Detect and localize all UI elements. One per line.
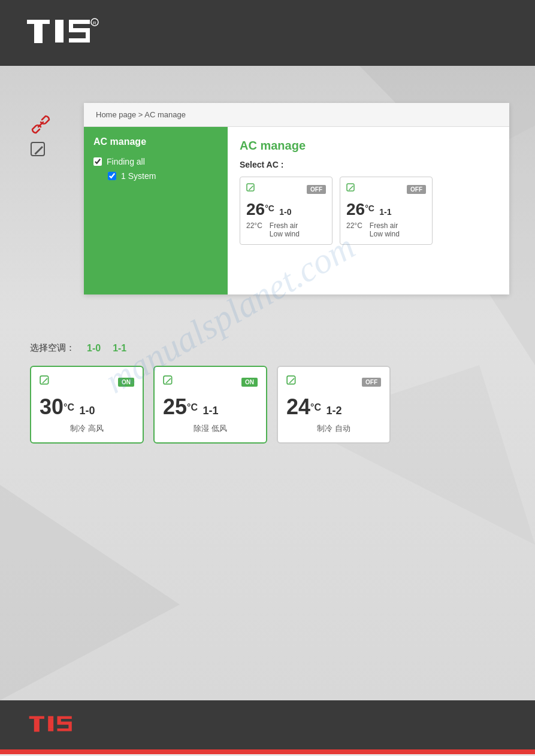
big-ac-edit-icon-0[interactable] bbox=[40, 375, 50, 388]
ac-temp-1: 26 bbox=[346, 200, 365, 218]
logo: R bbox=[24, 15, 120, 51]
link-icon[interactable] bbox=[30, 114, 52, 135]
inner-content: AC manage Finding all 1 System AC manage… bbox=[84, 127, 509, 294]
svg-rect-23 bbox=[48, 728, 53, 731]
ac-temp-row-1: 26°C 1-1 bbox=[346, 200, 426, 219]
footer bbox=[0, 700, 535, 754]
big-ac-status-badge-2: OFF bbox=[362, 378, 381, 387]
big-ac-id-0: 1-0 bbox=[79, 405, 95, 417]
svg-marker-9 bbox=[0, 485, 180, 700]
svg-rect-16 bbox=[40, 376, 49, 384]
big-ac-card-header-0: ON bbox=[40, 375, 134, 388]
breadcrumb-current: AC manage bbox=[144, 110, 186, 119]
big-ac-temp-unit-0: °C bbox=[64, 402, 74, 412]
big-ac-id-2: 1-2 bbox=[326, 405, 341, 417]
ac-mode-wind-0: Fresh air Low wind bbox=[270, 221, 300, 238]
ac-set-temp-0: 22°C bbox=[246, 221, 262, 238]
svg-rect-2 bbox=[55, 20, 64, 24]
big-ac-status-badge-0: ON bbox=[118, 378, 134, 387]
svg-rect-21 bbox=[48, 716, 53, 719]
svg-rect-17 bbox=[164, 376, 172, 384]
svg-rect-3 bbox=[55, 24, 64, 38]
ac-status-badge-1: OFF bbox=[407, 185, 426, 194]
big-ac-cards-row: ON 30°C 1-0 制冷 高风 ON bbox=[30, 366, 505, 444]
system-item[interactable]: 1 System bbox=[108, 171, 218, 181]
content-area: Home page > AC manage AC manage Finding … bbox=[84, 103, 509, 294]
ac-card-header-0: OFF bbox=[246, 183, 326, 195]
ac-mode-wind-1: Fresh air Low wind bbox=[370, 221, 400, 238]
bottom-section: 选择空调： 1-0 1-1 ON 30°C 1-0 制冷 bbox=[24, 342, 511, 444]
right-panel-title: AC manage bbox=[240, 139, 497, 153]
big-ac-card-header-2: OFF bbox=[286, 375, 381, 388]
breadcrumb-separator: > bbox=[138, 110, 145, 119]
right-panel: AC manage Select AC : OFF 26°C 1 bbox=[228, 127, 509, 294]
big-ac-temp-unit-2: °C bbox=[310, 402, 321, 412]
big-ac-temp-0: 30 bbox=[40, 394, 64, 419]
ac-temp-unit-0: °C bbox=[265, 204, 274, 213]
select-ac-label: Select AC : bbox=[240, 160, 497, 169]
svg-rect-1 bbox=[34, 24, 43, 43]
svg-rect-20 bbox=[34, 718, 40, 731]
big-ac-card-1[interactable]: ON 25°C 1-1 除湿 低风 bbox=[153, 366, 267, 444]
big-ac-temp-row-1: 25°C 1-1 bbox=[163, 394, 258, 420]
ac-info-row-0: 22°C Fresh air Low wind bbox=[246, 221, 326, 238]
big-ac-temp-row-2: 24°C 1-2 bbox=[286, 394, 381, 420]
finding-all-checkbox[interactable] bbox=[93, 157, 102, 166]
big-ac-card-0[interactable]: ON 30°C 1-0 制冷 高风 bbox=[30, 366, 144, 444]
finding-all-item[interactable]: Finding all bbox=[93, 157, 218, 166]
svg-rect-19 bbox=[29, 716, 44, 719]
big-ac-info-2: 制冷 自动 bbox=[286, 423, 381, 434]
big-ac-id-1: 1-1 bbox=[202, 405, 218, 417]
big-ac-edit-icon-2[interactable] bbox=[286, 375, 297, 388]
ac-card-header-1: OFF bbox=[346, 183, 426, 195]
select-label-row: 选择空调： 1-0 1-1 bbox=[30, 342, 505, 354]
svg-rect-14 bbox=[247, 184, 254, 191]
ac-card-1[interactable]: OFF 26°C 1-1 22°C Fresh air Low wind bbox=[340, 177, 433, 245]
breadcrumb: Home page > AC manage bbox=[84, 103, 509, 127]
left-panel: AC manage Finding all 1 System bbox=[84, 127, 228, 294]
svg-rect-4 bbox=[55, 38, 64, 42]
ac-id-0: 1-0 bbox=[279, 207, 291, 217]
big-ac-card-header-1: ON bbox=[163, 375, 258, 388]
footer-logo bbox=[24, 713, 96, 742]
system-checkbox[interactable] bbox=[108, 172, 116, 180]
ac-edit-icon-0[interactable] bbox=[246, 183, 256, 195]
svg-rect-12 bbox=[31, 142, 44, 156]
svg-rect-22 bbox=[48, 718, 53, 728]
ac-status-badge-0: OFF bbox=[307, 185, 326, 194]
big-ac-status-badge-1: ON bbox=[241, 378, 258, 387]
svg-rect-0 bbox=[27, 20, 50, 24]
big-ac-temp-1: 25 bbox=[163, 394, 187, 419]
big-ac-card-2[interactable]: OFF 24°C 1-2 制冷 自动 bbox=[277, 366, 391, 444]
finding-all-label: Finding all bbox=[107, 157, 145, 166]
big-ac-temp-row-0: 30°C 1-0 bbox=[40, 394, 134, 420]
ac-id-1: 1-1 bbox=[379, 207, 391, 217]
left-panel-title: AC manage bbox=[93, 136, 218, 147]
big-ac-temp-unit-1: °C bbox=[187, 402, 198, 412]
select-value-1: 1-1 bbox=[113, 343, 126, 354]
edit-icon[interactable] bbox=[30, 141, 52, 163]
main-bg: manualsplanet.com Home page > AC manage bbox=[0, 66, 535, 700]
ac-temp-0: 26 bbox=[246, 200, 265, 218]
svg-rect-15 bbox=[347, 184, 354, 191]
footer-wrapper bbox=[0, 700, 535, 754]
big-ac-temp-2: 24 bbox=[286, 394, 310, 419]
breadcrumb-home[interactable]: Home page bbox=[96, 110, 136, 119]
ac-edit-icon-1[interactable] bbox=[346, 183, 356, 195]
svg-text:R: R bbox=[93, 20, 96, 26]
select-label: 选择空调： bbox=[30, 342, 75, 354]
ac-temp-row-0: 26°C 1-0 bbox=[246, 200, 326, 219]
select-value-0: 1-0 bbox=[87, 343, 101, 354]
header: R bbox=[0, 0, 535, 66]
ac-cards-row: OFF 26°C 1-0 22°C Fresh air Low wind bbox=[240, 177, 497, 245]
system-label: 1 System bbox=[121, 171, 156, 181]
svg-rect-18 bbox=[287, 376, 295, 384]
big-ac-edit-icon-1[interactable] bbox=[163, 375, 174, 388]
ac-card-0[interactable]: OFF 26°C 1-0 22°C Fresh air Low wind bbox=[240, 177, 333, 245]
ac-temp-unit-1: °C bbox=[365, 204, 374, 213]
ac-info-row-1: 22°C Fresh air Low wind bbox=[346, 221, 426, 238]
big-ac-info-1: 除湿 低风 bbox=[163, 423, 258, 434]
big-ac-info-0: 制冷 高风 bbox=[40, 423, 134, 434]
footer-red-bar bbox=[0, 749, 535, 754]
ac-set-temp-1: 22°C bbox=[346, 221, 362, 238]
